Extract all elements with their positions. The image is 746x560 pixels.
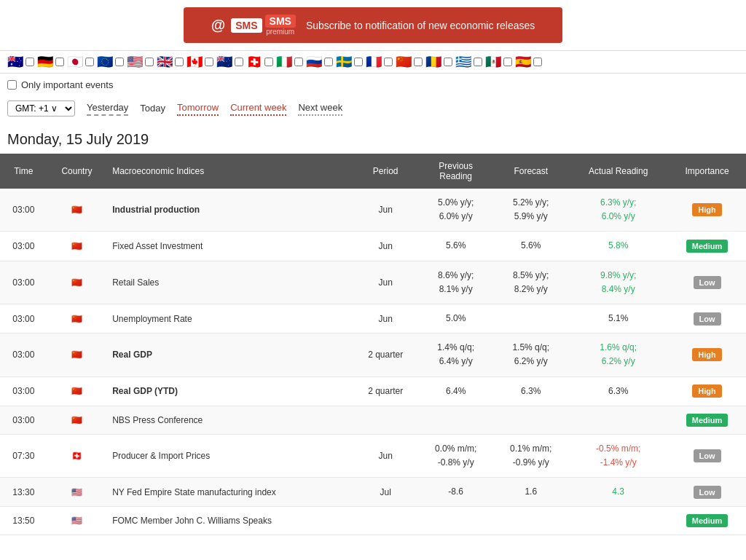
flag-checkbox-italy[interactable] xyxy=(294,58,303,66)
col-period: Period xyxy=(353,154,418,189)
flag-spain: 🇪🇸 xyxy=(515,55,531,68)
cell-actual: 1.6% q/q;6.2% y/y xyxy=(568,334,668,376)
importance-badge: Low xyxy=(694,312,721,326)
important-events-row: Only important events xyxy=(0,74,746,96)
flag-checkbox-eu[interactable] xyxy=(115,58,124,66)
cell-prev: -8.6 xyxy=(418,478,493,507)
cell-period: Jun xyxy=(353,304,418,333)
cell-country: 🇨🇳 xyxy=(47,304,107,333)
col-country: Country xyxy=(47,154,107,189)
flag-checkbox-spain[interactable] xyxy=(533,58,542,66)
flag-checkbox-sweden[interactable] xyxy=(354,58,363,66)
importance-badge: High xyxy=(692,203,721,216)
flag-greece: 🇬🇷 xyxy=(455,55,471,68)
gmt-select[interactable]: GMT: +1 ∨ xyxy=(7,100,75,117)
cell-prev xyxy=(418,406,493,434)
flag-australia: 🇦🇺 xyxy=(7,55,23,68)
flag-checkbox-france[interactable] xyxy=(384,58,393,66)
flag-canada: 🇨🇦 xyxy=(186,55,203,68)
flag-usa: 🇺🇸 xyxy=(127,55,143,68)
nav-next-week[interactable]: Next week xyxy=(298,102,342,116)
cell-importance: Medium xyxy=(668,507,746,535)
cell-forecast: 6.3% xyxy=(493,376,568,406)
cell-actual: 4.3 xyxy=(568,478,668,507)
cell-period: Jun xyxy=(353,434,418,477)
nav-today[interactable]: Today xyxy=(140,103,165,115)
table-row: 13:30 🇺🇸 NY Fed Empire State manufacturi… xyxy=(0,478,746,507)
flag-checkbox-germany[interactable] xyxy=(55,58,64,66)
cell-period xyxy=(353,507,418,535)
flag-mexico: 🇲🇽 xyxy=(485,55,501,68)
flags-row: 🇦🇺 🇩🇪 🇯🇵 🇪🇺 🇺🇸 🇬🇧 🇨🇦 🇳🇿 🇨🇭 🇮🇹 🇷🇺 🇸🇪 xyxy=(0,50,746,74)
cell-forecast xyxy=(493,406,568,434)
col-indices: Macroeconomic Indices xyxy=(106,154,353,189)
flag-checkbox-uk[interactable] xyxy=(175,58,184,66)
flag-item-spain: 🇪🇸 xyxy=(515,55,542,68)
cell-name: Retail Sales xyxy=(106,261,353,304)
flag-romania: 🇷🇴 xyxy=(425,55,441,68)
flag-france: 🇫🇷 xyxy=(366,55,382,68)
cell-country: 🇨🇭 xyxy=(47,434,107,477)
flag-item-italy: 🇮🇹 xyxy=(276,55,303,68)
cell-name: Producer & Import Prices xyxy=(106,434,353,477)
flag-checkbox-greece[interactable] xyxy=(474,58,482,66)
cell-time: 03:00 xyxy=(0,189,47,232)
flag-checkbox-mexico[interactable] xyxy=(503,58,512,66)
cell-importance: Low xyxy=(668,478,746,507)
cell-country: 🇺🇸 xyxy=(47,478,107,507)
cell-forecast: 5.2% y/y;5.9% y/y xyxy=(493,189,568,232)
importance-badge: Medium xyxy=(686,514,729,527)
cell-name: Real GDP (YTD) xyxy=(106,376,353,406)
flag-checkbox-japan[interactable] xyxy=(85,58,94,66)
cell-name: Real GDP xyxy=(106,334,353,376)
table-header-row: Time Country Macroeconomic Indices Perio… xyxy=(0,154,746,189)
subscribe-banner[interactable]: @ SMS SMS premium Subscribe to notificat… xyxy=(184,7,562,43)
flag-item-sweden: 🇸🇪 xyxy=(336,55,363,68)
cell-importance: Low xyxy=(668,261,746,304)
col-forecast: Forecast xyxy=(493,154,568,189)
flag-checkbox-usa[interactable] xyxy=(145,58,154,66)
nav-tomorrow[interactable]: Tomorrow xyxy=(177,102,219,116)
important-events-checkbox[interactable] xyxy=(7,80,17,90)
flag-checkbox-newzealand[interactable] xyxy=(235,58,243,66)
flag-switzerland: 🇨🇭 xyxy=(246,55,262,68)
flag-checkbox-russia[interactable] xyxy=(324,58,333,66)
flag-checkbox-canada[interactable] xyxy=(205,58,213,66)
flag-item-china: 🇨🇳 xyxy=(396,55,423,68)
flag-uk: 🇬🇧 xyxy=(157,55,173,68)
cell-name: FOMC Member John C. Williams Speaks xyxy=(106,507,353,535)
cell-country: 🇺🇸 xyxy=(47,507,107,535)
cell-period: Jul xyxy=(353,478,418,507)
flag-checkbox-switzerland[interactable] xyxy=(264,58,273,66)
cell-country: 🇨🇳 xyxy=(47,232,107,261)
flag-item-france: 🇫🇷 xyxy=(366,55,393,68)
flag-item-eu: 🇪🇺 xyxy=(97,55,124,68)
cell-time: 03:00 xyxy=(0,261,47,304)
cell-time: 07:30 xyxy=(0,434,47,477)
nav-current-week[interactable]: Current week xyxy=(230,102,286,116)
table-row: 03:00 🇨🇳 Industrial production Jun 5.0% … xyxy=(0,189,746,232)
table-row: 03:00 🇨🇳 Retail Sales Jun 8.6% y/y;8.1% … xyxy=(0,261,746,304)
cell-actual: -0.5% m/m;-1.4% y/y xyxy=(568,434,668,477)
cell-forecast: 1.6 xyxy=(493,478,568,507)
flag-china: 🇨🇳 xyxy=(396,55,412,68)
cell-country: 🇨🇳 xyxy=(47,334,107,376)
cell-country: 🇨🇳 xyxy=(47,261,107,304)
cell-time: 13:50 xyxy=(0,507,47,535)
flag-checkbox-australia[interactable] xyxy=(25,58,34,66)
sms-premium-label: SMS xyxy=(265,15,296,28)
at-symbol: @ xyxy=(211,17,226,33)
banner-text: Subscribe to notification of new economi… xyxy=(306,20,535,31)
nav-yesterday[interactable]: Yesterday xyxy=(87,102,128,116)
cell-period xyxy=(353,406,418,434)
col-importance: Importance xyxy=(668,154,746,189)
cell-name: NBS Press Conference xyxy=(106,406,353,434)
flag-item-australia: 🇦🇺 xyxy=(7,55,34,68)
cell-prev: 5.6% xyxy=(418,232,493,261)
flag-checkbox-romania[interactable] xyxy=(444,58,452,66)
cell-country: 🇨🇳 xyxy=(47,189,107,232)
cell-forecast xyxy=(493,304,568,333)
cell-name: Unemployment Rate xyxy=(106,304,353,333)
flag-checkbox-china[interactable] xyxy=(414,58,423,66)
flag-item-switzerland: 🇨🇭 xyxy=(246,55,273,68)
